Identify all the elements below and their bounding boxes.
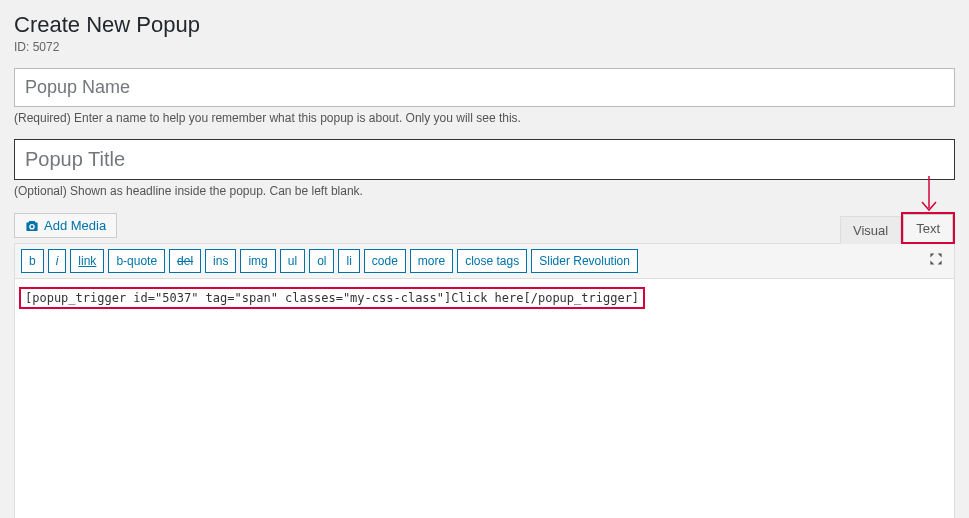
page-heading: Create New Popup: [14, 12, 955, 38]
toolbar-ol-button[interactable]: ol: [309, 249, 334, 273]
toolbar-link-button[interactable]: link: [70, 249, 104, 273]
popup-name-helper: (Required) Enter a name to help you reme…: [14, 111, 955, 125]
editor-content-line: [popup_trigger id="5037" tag="span" clas…: [19, 287, 645, 309]
popup-name-input[interactable]: [14, 68, 955, 107]
camera-icon: [25, 219, 39, 233]
editor-tabs: Visual Text: [840, 212, 955, 244]
toolbar-bquote-button[interactable]: b-quote: [108, 249, 165, 273]
toolbar-ins-button[interactable]: ins: [205, 249, 236, 273]
toolbar-more-button[interactable]: more: [410, 249, 453, 273]
add-media-button[interactable]: Add Media: [14, 213, 117, 238]
toolbar-ul-button[interactable]: ul: [280, 249, 305, 273]
toolbar-slider-revolution-button[interactable]: Slider Revolution: [531, 249, 638, 273]
editor-textarea[interactable]: [popup_trigger id="5037" tag="span" clas…: [14, 279, 955, 518]
toolbar-italic-button[interactable]: i: [48, 249, 67, 273]
tab-text[interactable]: Text: [903, 214, 953, 242]
fullscreen-icon[interactable]: [924, 249, 948, 273]
add-media-label: Add Media: [44, 218, 106, 233]
popup-title-input[interactable]: [14, 139, 955, 180]
popup-id-label: ID: 5072: [14, 40, 955, 54]
toolbar-li-button[interactable]: li: [338, 249, 359, 273]
annotation-text-tab: Text: [901, 212, 955, 244]
toolbar-img-button[interactable]: img: [240, 249, 275, 273]
toolbar-bold-button[interactable]: b: [21, 249, 44, 273]
toolbar-code-button[interactable]: code: [364, 249, 406, 273]
toolbar-close-tags-button[interactable]: close tags: [457, 249, 527, 273]
tab-visual[interactable]: Visual: [840, 216, 901, 244]
annotation-arrow-icon: [917, 176, 941, 216]
toolbar-del-button[interactable]: del: [169, 249, 201, 273]
editor-toolbar: b i link b-quote del ins img ul ol li co…: [14, 243, 955, 279]
popup-title-helper: (Optional) Shown as headline inside the …: [14, 184, 955, 198]
